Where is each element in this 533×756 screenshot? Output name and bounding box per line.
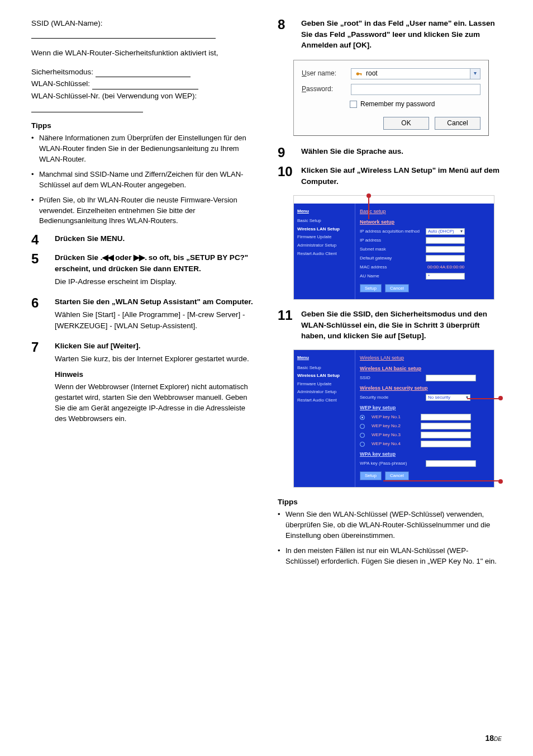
cancel-button[interactable]: Cancel (435, 117, 480, 130)
step-number: 9 (278, 146, 294, 159)
router-menu-heading: Menu (297, 355, 351, 361)
ssid-field-label: SSID (360, 375, 421, 381)
default-gateway-label: Default gateway (360, 255, 421, 262)
step-number: 10 (278, 165, 294, 178)
username-label: User name: (302, 69, 346, 78)
username-input[interactable]: root ▾ (351, 68, 480, 79)
step-number: 4 (31, 233, 48, 247)
router-section-wep: WEP key setup (360, 404, 489, 412)
router-menu-sidebar: Menu Basic Setup Wireless LAN Setup Firm… (294, 204, 355, 300)
sidebar-item-wireless-lan-setup[interactable]: Wireless LAN Setup (297, 226, 351, 233)
sidebar-item-administrator-setup[interactable]: Administrator Setup (297, 242, 351, 249)
wep-key-1-input[interactable] (421, 414, 471, 420)
subnet-mask-input[interactable] (426, 246, 465, 253)
step-5-text: Die IP-Adresse erscheint im Display. (55, 276, 255, 287)
step-number: 7 (31, 341, 48, 354)
step-6-text: Wählen Sie [Start] - [Alle Programme] - … (55, 309, 255, 331)
mac-address-value: 00:00:4A:E0:00:00 (426, 264, 482, 271)
callout-dot-icon (367, 193, 371, 198)
tipps-heading: Tipps (31, 120, 255, 131)
step-11: 11 Geben Sie die SSID, den Sicherheitsmo… (278, 309, 502, 344)
wep-key-2-label: WEP key No.2 (372, 423, 416, 429)
sidebar-item-wireless-lan-setup[interactable]: Wireless LAN Setup (297, 372, 351, 379)
wep-key-4-input[interactable] (421, 441, 471, 447)
step-4-title: Drücken Sie MENU. (55, 233, 255, 244)
sidebar-item-restart-audio-client[interactable]: Restart Audio Client (297, 251, 351, 257)
step-9: 9 Wählen Sie die Sprache aus. (278, 146, 502, 159)
router-breadcrumb: Wireless LAN setup (360, 355, 489, 362)
ip-address-input[interactable] (426, 237, 465, 244)
wpa-key-input[interactable] (426, 460, 476, 467)
username-value: root (366, 69, 378, 78)
hinweis-text: Wenn der Webbrowser (Internet Explorer) … (55, 382, 255, 424)
callout-dot-icon (498, 479, 503, 484)
router-section-security: Wireless LAN security setup (360, 385, 489, 392)
step-10: 10 Klicken Sie auf „Wireless LAN Setup" … (278, 165, 502, 189)
default-gateway-input[interactable] (426, 255, 465, 262)
step-9-title: Wählen Sie die Sprache aus. (301, 146, 502, 157)
subnet-mask-label: Subnet mask (360, 246, 421, 253)
key-icon (355, 70, 363, 78)
tip-item: Prüfen Sie, ob Ihr WLAN-Router die neust… (31, 195, 255, 227)
sidebar-item-firmware-update[interactable]: Firmware Update (297, 381, 351, 388)
skip-prev-icon: .◀◀ (101, 253, 113, 262)
wep-key-radio-4[interactable] (360, 442, 365, 447)
router-basic-setup-screenshot: Menu Basic Setup Wireless LAN Setup Firm… (293, 195, 494, 300)
step-11-title: Geben Sie die SSID, den Sicherheitsmodus… (301, 309, 502, 342)
tip-item: In den meisten Fällen ist nur ein WLAN-S… (278, 546, 502, 567)
au-name-label: AU Name (360, 273, 421, 280)
ok-button[interactable]: OK (383, 117, 429, 130)
ip-acq-label: IP address acquisition method (360, 228, 421, 235)
wep-key-radio-1[interactable] (360, 415, 365, 420)
wep-key-2-input[interactable] (421, 423, 471, 429)
sidebar-item-administrator-setup[interactable]: Administrator Setup (297, 389, 351, 395)
router-section-basic: Wireless LAN basic setup (360, 365, 489, 372)
ssid-blank-line (31, 31, 216, 39)
username-dropdown-toggle[interactable]: ▾ (470, 69, 480, 79)
wep-key-3-input[interactable] (421, 432, 471, 438)
router-menu-heading: Menu (297, 208, 351, 215)
step-8: 8 Geben Sie „root" in das Feld „User nam… (278, 18, 502, 53)
wlan-key-nr-label: WLAN-Schlüssel-Nr. (bei Verwendung von W… (31, 91, 255, 112)
callout-dot-icon (498, 396, 503, 400)
security-mode-select[interactable]: No security (426, 394, 470, 401)
skip-next-icon: ▶▶. (134, 253, 146, 262)
wep-key-4-label: WEP key No.4 (372, 441, 416, 447)
tip-item: Nähere Informationen zum Überprüfen der … (31, 133, 255, 165)
step-number: 8 (278, 18, 294, 31)
sidebar-item-firmware-update[interactable]: Firmware Update (297, 234, 351, 240)
router-cancel-button[interactable]: Cancel (385, 471, 409, 480)
tipps-heading: Tipps (278, 497, 502, 508)
au-name-input[interactable]: * (426, 273, 465, 280)
tip-item: Wenn Sie den WLAN-Schlüssel (WEP-Schlüss… (278, 509, 502, 541)
sidebar-item-basic-setup[interactable]: Basic Setup (297, 365, 351, 371)
security-mode-field-label: Security mode (360, 394, 421, 401)
step-number: 6 (31, 296, 48, 310)
ip-acq-select[interactable]: Auto (DHCP) (426, 228, 465, 235)
step-10-title: Klicken Sie auf „Wireless LAN Setup" im … (301, 165, 502, 187)
step-number: 11 (278, 309, 294, 322)
step-5-title: Drücken Sie .◀◀ oder ▶▶. so oft, bis „SE… (55, 252, 255, 274)
tipps-list: Wenn Sie den WLAN-Schlüssel (WEP-Schlüss… (278, 509, 502, 566)
sidebar-item-restart-audio-client[interactable]: Restart Audio Client (297, 397, 351, 404)
callout-line (383, 480, 499, 481)
step-7: 7 Klicken Sie auf [Weiter]. Warten Sie k… (31, 341, 255, 428)
router-cancel-button[interactable]: Cancel (385, 284, 409, 293)
ssid-label: SSID (WLAN-Name): (31, 18, 255, 29)
router-section-heading: Network setup (360, 219, 489, 226)
router-setup-button[interactable]: Setup (360, 471, 382, 480)
mac-address-label: MAC address (360, 264, 421, 271)
wep-key-radio-3[interactable] (360, 433, 365, 438)
password-label: Password: (302, 84, 346, 94)
ssid-input[interactable] (426, 375, 476, 381)
remember-password-checkbox[interactable] (350, 101, 357, 108)
wep-key-radio-2[interactable] (360, 424, 365, 429)
step-5: 5 Drücken Sie .◀◀ oder ▶▶. so oft, bis „… (31, 252, 255, 291)
password-input[interactable] (351, 84, 480, 95)
step-6: 6 Starten Sie den „WLAN Setup Assistant"… (31, 296, 255, 335)
step-6-title: Starten Sie den „WLAN Setup Assistant" a… (55, 296, 255, 308)
callout-line (467, 398, 499, 399)
sidebar-item-basic-setup[interactable]: Basic Setup (297, 218, 351, 224)
router-setup-button[interactable]: Setup (360, 284, 382, 293)
login-dialog-screenshot: User name: root ▾ Password: Remember my … (293, 60, 489, 136)
